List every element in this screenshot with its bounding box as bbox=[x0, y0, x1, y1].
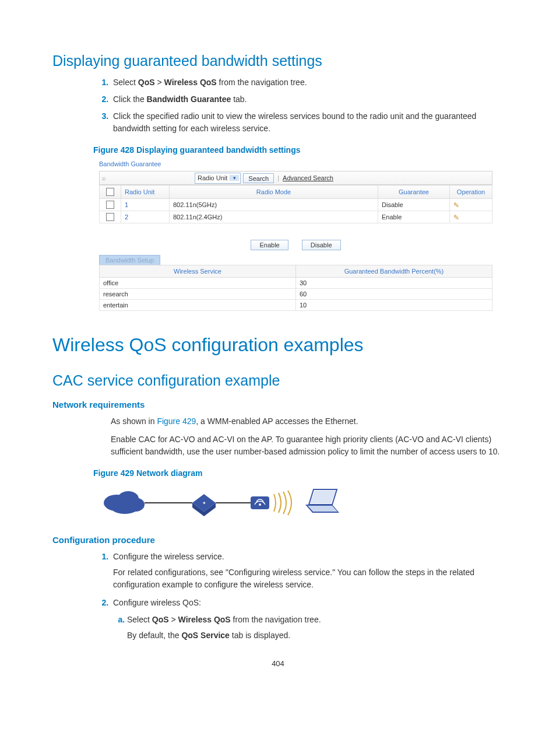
heading-wireless-qos-examples: Wireless QoS configuration examples bbox=[52, 334, 504, 356]
heading-network-requirements: Network requirements bbox=[52, 400, 504, 410]
radio-unit-link[interactable]: 1 bbox=[121, 199, 170, 211]
figure-429-network-diagram: ✦ bbox=[99, 482, 504, 523]
switch-icon: ✦ bbox=[192, 494, 216, 516]
cfg-step-2a: Select QoS > Wireless QoS from the navig… bbox=[127, 614, 504, 642]
bandwidth-setup-grid: Wireless Service Guaranteed Bandwidth Pe… bbox=[99, 265, 492, 311]
disable-button[interactable]: Disable bbox=[302, 240, 341, 250]
steps-display-bandwidth: Select QoS > Wireless QoS from the navig… bbox=[93, 76, 504, 135]
col-radio-mode[interactable]: Radio Mode bbox=[170, 186, 378, 199]
step-1: Select QoS > Wireless QoS from the navig… bbox=[111, 76, 504, 89]
tab-bandwidth-setup[interactable]: Bandwidth Setup bbox=[99, 255, 160, 265]
cfg-step-2a-note: By default, the QoS Service tab is displ… bbox=[127, 629, 504, 642]
netreq-paragraph-1: As shown in Figure 429, a WMM-enabled AP… bbox=[111, 415, 504, 428]
radio-grid: Radio Unit Radio Mode Guarantee Operatio… bbox=[99, 185, 492, 223]
heading-cac-example: CAC service configuration example bbox=[52, 372, 504, 389]
cfg-step-2: Configure wireless QoS: Select QoS > Wir… bbox=[111, 597, 504, 642]
svg-point-3 bbox=[111, 500, 139, 514]
col-wireless-service: Wireless Service bbox=[100, 265, 296, 278]
svg-marker-15 bbox=[308, 506, 337, 512]
enable-button[interactable]: Enable bbox=[251, 240, 288, 250]
col-operation[interactable]: Operation bbox=[450, 186, 492, 199]
edit-icon[interactable]: ✎ bbox=[453, 201, 462, 208]
wireless-waves-icon bbox=[274, 491, 291, 515]
row-checkbox[interactable] bbox=[106, 213, 114, 221]
cfg-step-1-note: For related configurations, see "Configu… bbox=[113, 566, 504, 591]
table-row: 2 802.11n(2.4GHz) Enable ✎ bbox=[100, 211, 492, 223]
svg-marker-13 bbox=[310, 491, 336, 503]
search-toolbar: ⌕ Radio Unit ▾ Search | Advanced Search bbox=[99, 171, 492, 185]
table-row: research 60 bbox=[100, 289, 492, 300]
col-guarantee[interactable]: Guarantee bbox=[378, 186, 450, 199]
config-procedure-steps: Configure the wireless service. For rela… bbox=[93, 551, 504, 642]
select-all-checkbox[interactable] bbox=[106, 188, 114, 196]
laptop-icon bbox=[305, 489, 339, 513]
step-2: Click the Bandwidth Guarantee tab. bbox=[111, 93, 504, 106]
table-row: 1 802.11n(5GHz) Disable ✎ bbox=[100, 199, 492, 211]
search-icon: ⌕ bbox=[102, 174, 106, 181]
svg-point-11 bbox=[259, 503, 261, 506]
table-row: entertain 10 bbox=[100, 300, 492, 311]
col-radio-unit[interactable]: Radio Unit bbox=[121, 186, 170, 199]
edit-icon[interactable]: ✎ bbox=[453, 214, 462, 220]
search-button[interactable]: Search bbox=[243, 173, 274, 183]
access-point-icon bbox=[251, 496, 269, 509]
cfg-step-1: Configure the wireless service. For rela… bbox=[111, 551, 504, 591]
row-checkbox[interactable] bbox=[106, 201, 114, 209]
figure-429-caption: Figure 429 Network diagram bbox=[93, 468, 504, 478]
search-input[interactable] bbox=[110, 173, 192, 183]
figure-428: Bandwidth Guarantee ⌕ Radio Unit ▾ Searc… bbox=[99, 160, 492, 311]
cloud-icon bbox=[104, 491, 145, 514]
figure-428-caption: Figure 428 Displaying guaranteed bandwid… bbox=[93, 145, 504, 155]
svg-rect-10 bbox=[251, 496, 269, 509]
heading-config-procedure: Configuration procedure bbox=[52, 535, 504, 545]
col-bandwidth-percent: Guaranteed Bandwidth Percent(%) bbox=[296, 265, 492, 278]
step-3: Click the specified radio unit to view t… bbox=[111, 110, 504, 135]
heading-display-bandwidth: Displaying guaranteed bandwidth settings bbox=[52, 52, 504, 69]
netreq-paragraph-2: Enable CAC for AC-VO and AC-VI on the AP… bbox=[111, 433, 504, 458]
table-row: office 30 bbox=[100, 278, 492, 289]
svg-text:✦: ✦ bbox=[202, 501, 206, 506]
tab-bandwidth-guarantee[interactable]: Bandwidth Guarantee bbox=[99, 160, 492, 167]
chevron-down-icon: ▾ bbox=[230, 175, 239, 181]
search-field-dropdown[interactable]: Radio Unit ▾ bbox=[195, 173, 241, 184]
advanced-search-link[interactable]: Advanced Search bbox=[283, 174, 333, 181]
figure-429-link[interactable]: Figure 429 bbox=[157, 416, 196, 426]
page-number: 404 bbox=[52, 659, 504, 668]
radio-unit-link[interactable]: 2 bbox=[121, 211, 170, 223]
